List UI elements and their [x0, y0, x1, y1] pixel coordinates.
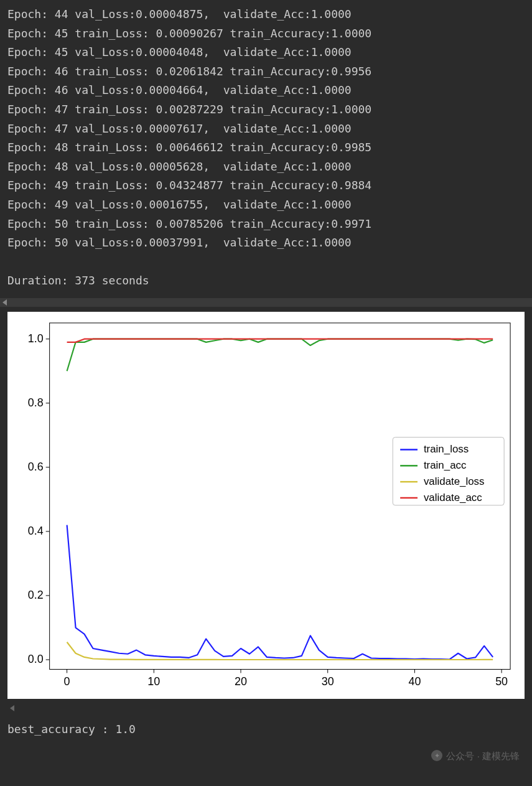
log-line: Epoch: 50 val_Loss:0.00037991, validate_… — [7, 233, 525, 253]
log-line: Epoch: 49 train_Loss: 0.04324877 train_A… — [7, 176, 525, 195]
log-line: Epoch: 46 train_Loss: 0.02061842 train_A… — [7, 62, 525, 82]
horizontal-scrollbar[interactable] — [0, 298, 532, 307]
log-line: Epoch: 46 val_Loss:0.00004664, validate_… — [7, 81, 525, 100]
blank-line — [7, 253, 525, 272]
svg-text:40: 40 — [408, 675, 421, 688]
svg-text:0.0: 0.0 — [28, 653, 44, 665]
log-line: Epoch: 48 train_Loss: 0.00646612 train_A… — [7, 138, 525, 157]
log-line: Epoch: 47 train_Loss: 0.00287229 train_A… — [7, 100, 525, 119]
log-line: Epoch: 50 train_Loss: 0.00785206 train_A… — [7, 215, 525, 234]
svg-text:0.6: 0.6 — [28, 461, 44, 473]
log-line: Epoch: 48 val_Loss:0.00005628, validate_… — [7, 157, 525, 177]
svg-text:validate_loss: validate_loss — [424, 475, 485, 487]
chart-output: 0.00.20.40.60.81.001020304050train_losst… — [7, 312, 525, 699]
svg-text:0.4: 0.4 — [28, 525, 44, 537]
training-chart: 0.00.20.40.60.81.001020304050train_losst… — [12, 317, 520, 694]
svg-text:10: 10 — [147, 675, 160, 688]
log-line: Epoch: 47 val_Loss:0.00007617, validate_… — [7, 119, 525, 139]
horizontal-scrollbar-2[interactable] — [7, 704, 525, 713]
scroll-left-icon[interactable] — [2, 299, 7, 306]
svg-text:30: 30 — [322, 675, 334, 688]
svg-text:validate_acc: validate_acc — [424, 492, 482, 503]
duration-line: Duration: 373 seconds — [7, 271, 525, 291]
scroll-left-icon[interactable] — [10, 705, 14, 711]
svg-text:0.2: 0.2 — [28, 589, 44, 601]
log-lines: Epoch: 44 val_Loss:0.00004875, validate_… — [7, 5, 525, 253]
log-line: Epoch: 49 val_Loss:0.00016755, validate_… — [7, 195, 525, 215]
log-line: Epoch: 45 val_Loss:0.00004048, validate_… — [7, 43, 525, 62]
svg-text:0: 0 — [64, 675, 70, 688]
log-line: Epoch: 44 val_Loss:0.00004875, validate_… — [7, 5, 525, 24]
svg-text:train_loss: train_loss — [424, 443, 469, 455]
svg-text:1.0: 1.0 — [28, 332, 44, 345]
log-line: Epoch: 45 train_Loss: 0.00090267 train_A… — [7, 24, 525, 44]
best-accuracy-line: best_accuracy : 1.0 — [0, 718, 532, 747]
terminal-output: Epoch: 44 val_Loss:0.00004875, validate_… — [0, 0, 532, 296]
svg-text:50: 50 — [495, 675, 508, 688]
svg-text:train_acc: train_acc — [424, 459, 466, 471]
svg-text:20: 20 — [235, 675, 247, 688]
svg-text:0.8: 0.8 — [28, 396, 44, 409]
